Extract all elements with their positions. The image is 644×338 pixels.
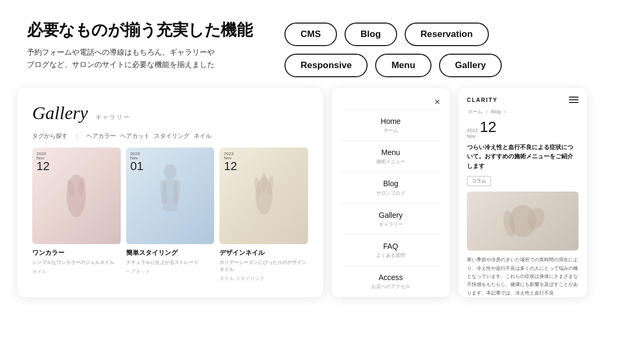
menu-nav-faq-ja: よくある質問 [341,252,440,259]
hamburger-line-2 [569,99,579,100]
gallery-separator: ｜ [74,132,80,140]
svg-point-3 [164,164,177,179]
gallery-title-ja: ギャラリー [96,113,130,121]
blog-date-ym-wrap: 2023 Nov [467,128,478,139]
menu-nav-item-access[interactable]: Access お店へのアクセス [341,266,440,297]
breadcrumb-blog[interactable]: Blog [491,109,501,114]
badge-area: CMS Blog Reservation Responsive Menu Gal… [284,23,617,77]
blog-article-title: つらい冷え性と血行不良による症状について。おすすめの施術メニューをご紹介します [467,143,579,171]
menu-nav-item-blog[interactable]: Blog サロンブログ [341,172,440,203]
gallery-search-label: タグから探す [32,132,68,140]
gallery-img-2: 2023Nov 01 [126,148,215,244]
hamburger-line-1 [569,97,579,98]
gallery-date-day-1: 12 [36,160,49,172]
person-figure-2 [154,161,186,231]
badge-cms[interactable]: CMS [284,23,337,46]
top-section: 必要なものが揃う充実した機能 予約フォームや電話への導線はもちろん、ギャラリーや… [0,0,644,88]
blog-date-year: 2023 [467,128,478,134]
blog-thumbnail [467,192,579,251]
blog-thumb-bg [467,192,579,251]
badge-row-2: Responsive Menu Gallery [284,54,617,77]
gallery-title-row: Gallery ギャラリー [32,103,308,123]
gallery-item-info-2: 簡単スタイリング ナチュラルに仕上がるストレート ヘアカット [126,244,215,275]
menu-nav-blog-ja: サロンブログ [341,190,440,197]
hand-figure-3 [243,166,286,225]
gallery-item-info-3: デザインネイル ホリデーシーズンにぴったりのデザインネイル ネイル スタイリング [219,244,308,282]
mockups-section: Gallery ギャラリー タグから探す ｜ ヘアカラー ヘアカット スタイリン… [0,88,644,338]
breadcrumb: ホーム › Blog › [467,108,579,115]
gallery-date-badge-3: 2023Nov 12 [224,152,237,172]
gallery-item-title-2: 簡単スタイリング [126,248,215,258]
gallery-date-badge-1: 2023Nov 12 [36,152,49,172]
menu-nav-home-en: Home [341,116,440,126]
hamburger-icon[interactable] [569,97,579,103]
hamburger-line-3 [569,102,579,103]
gallery-date-day-2: 01 [130,160,143,172]
menu-nav-items: Home ホーム Menu 施術メニュー Blog サロンブログ Gallery… [341,109,440,297]
blog-tag-badge[interactable]: コラム [467,176,491,186]
blog-header: CLARITY [467,97,579,103]
headline-title: 必要なものが揃う充実した機能 [27,19,252,40]
gallery-item-info-1: ワンカラー シンプルなワンカラーのジェルネイル ネイル [32,244,121,275]
gallery-tag-2[interactable]: ヘアカット [120,132,150,140]
mockup-gallery: Gallery ギャラリー タグから探す ｜ ヘアカラー ヘアカット スタイリン… [17,88,323,297]
gallery-img-1: 2023Nov 12 [32,148,121,244]
gallery-item-desc-3: ホリデーシーズンにぴったりのデザインネイル [219,259,308,273]
gallery-item-desc-2: ナチュラルに仕上がるストレート [126,259,215,266]
menu-nav-home-ja: ホーム [341,127,440,134]
gallery-item-1[interactable]: 2023Nov 12 ワンカラー シンプルなワンカラーのジェルネイル ネイル [32,148,121,282]
menu-nav-blog-en: Blog [341,179,440,188]
gallery-img-3: 2023Nov 12 [219,148,308,244]
blog-date-row: 2023 Nov 12 [467,120,579,139]
breadcrumb-home[interactable]: ホーム [468,109,482,114]
gallery-tag-3[interactable]: スタイリング [154,132,189,140]
mockup-menu: × Home ホーム Menu 施術メニュー Blog サロンブログ Galle… [332,88,450,297]
menu-nav-access-en: Access [341,273,440,282]
blog-body-text: 寒い季節や冷房のきいた場所での長時間の滞在により、冷え性や血行不良は多くの人にと… [467,256,579,297]
gallery-title-en: Gallery [32,103,88,123]
blog-date-day: 12 [480,120,496,135]
menu-nav-faq-en: FAQ [341,241,440,251]
gallery-tag-1[interactable]: ヘアカラー [86,132,116,140]
gallery-item-title-3: デザインネイル [219,248,308,258]
badge-gallery[interactable]: Gallery [439,54,502,77]
close-icon[interactable]: × [434,97,440,108]
menu-nav-item-faq[interactable]: FAQ よくある質問 [341,235,440,266]
gallery-item-title-1: ワンカラー [32,248,121,258]
gallery-tags-row: タグから探す ｜ ヘアカラー ヘアカット スタイリング ネイル [32,132,308,140]
menu-nav-access-ja: お店へのアクセス [341,283,440,290]
menu-nav-menu-ja: 施術メニュー [341,158,440,165]
blog-thumb-figure [491,197,555,245]
hand-figure-1 [55,164,98,228]
menu-nav-item-gallery[interactable]: Gallery ギャラリー [341,204,440,235]
mockup-blog: CLARITY ホーム › Blog › 2023 Nov 12 つらい冷え性と… [458,88,587,297]
gallery-item-desc-1: シンプルなワンカラーのジェルネイル [32,259,121,266]
badge-responsive[interactable]: Responsive [284,54,368,77]
menu-nav-item-menu[interactable]: Menu 施術メニュー [341,141,440,172]
badge-blog[interactable]: Blog [345,23,397,46]
gallery-images: 2023Nov 12 ワンカラー シンプルなワンカラーのジェルネイル ネイル [32,148,308,282]
gallery-date-badge-2: 2023Nov 01 [130,152,143,172]
gallery-item-3[interactable]: 2023Nov 12 デザインネイル ホリデーシーズンにぴったりのデザインネイル… [219,148,308,282]
badge-menu[interactable]: Menu [375,54,431,77]
menu-nav-menu-en: Menu [341,148,440,157]
headline-subtitle: 予約フォームや電話への導線はもちろん、ギャラリーやブログなど、サロンのサイトに必… [27,47,252,71]
badge-row-1: CMS Blog Reservation [284,23,617,46]
badge-reservation[interactable]: Reservation [405,23,489,46]
menu-nav-item-home[interactable]: Home ホーム [341,109,440,141]
blog-logo: CLARITY [467,97,497,103]
gallery-item-tag-1: ネイル [32,268,121,275]
gallery-item-2[interactable]: 2023Nov 01 簡単スタイリング ナチュラルに仕上がるストレート ヘアカッ… [126,148,215,282]
headline-area: 必要なものが揃う充実した機能 予約フォームや電話への導線はもちろん、ギャラリーや… [27,19,252,71]
menu-nav-gallery-en: Gallery [341,210,440,220]
blog-date-month: Nov [467,134,478,139]
menu-nav-gallery-ja: ギャラリー [341,221,440,228]
gallery-tag-4[interactable]: ネイル [194,132,211,140]
breadcrumb-sep: › [486,109,489,114]
gallery-date-day-3: 12 [224,160,237,172]
breadcrumb-sep2: › [504,109,506,114]
gallery-item-tag-2: ヘアカット [126,268,215,275]
svg-point-10 [261,173,267,192]
gallery-item-tag-3: ネイル スタイリング [219,275,308,282]
